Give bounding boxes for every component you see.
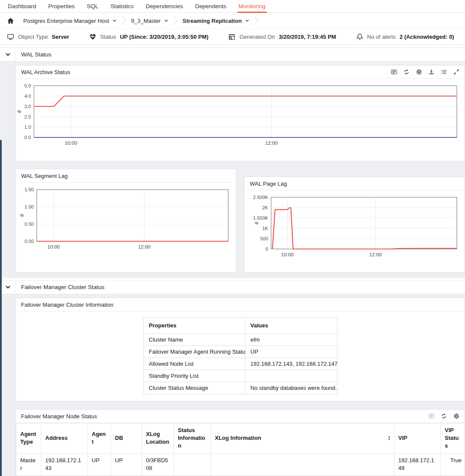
node-status-cell: True — [441, 453, 465, 475]
cluster-info-cell: Failover Manager Agent Running Status — [143, 346, 245, 358]
node-status-header-agent: Agent — [88, 423, 111, 454]
cluster-info-cell: Cluster Name — [143, 334, 245, 346]
breadcrumb-item-9-3-master[interactable]: 9_3_Master — [127, 18, 172, 24]
heart-pulse-icon — [89, 33, 96, 40]
svg-text:0.00: 0.00 — [25, 239, 34, 244]
wal-segment-panel-header: WAL Segment Lag — [16, 169, 236, 183]
svg-text:1K: 1K — [262, 226, 268, 231]
tab-dashboard[interactable]: Dashboard — [2, 0, 42, 12]
section-wal-status: WAL Status WAL Archive Status 0.01.02.03… — [0, 47, 465, 278]
node-status-cell: 192.168.172.143 — [41, 453, 88, 475]
cluster-info-panel-header: Failover Manager Cluster Information — [16, 298, 465, 311]
cluster-info-cell: Cluster Status Message — [143, 382, 245, 394]
panel-title: Failover Manager Node Status — [21, 413, 97, 420]
chevron-down-icon[interactable] — [245, 19, 249, 23]
node-status-panel-header: Failover Manager Node Status — [16, 410, 465, 423]
wal-archive-status-chart: 0.01.02.03.04.05.010:0012:00# — [16, 82, 461, 149]
table-row: Cluster Nameefm — [143, 334, 337, 346]
alerts-value: 2 (Acknowledged: 0) — [400, 34, 454, 40]
tab-bar: DashboardPropertiesSQLStatisticsDependen… — [0, 0, 465, 13]
refresh-icon[interactable] — [441, 413, 447, 419]
alerts-info: No of alerts 2 (Acknowledged: 0) — [356, 33, 454, 40]
expand-icon[interactable] — [453, 69, 459, 75]
node-status-header-address: Address — [41, 423, 88, 454]
tab-sql[interactable]: SQL — [81, 0, 105, 12]
legend-icon[interactable] — [428, 413, 434, 419]
svg-text:5.0: 5.0 — [25, 83, 31, 88]
tab-dependencies[interactable]: Dependencies — [140, 0, 189, 12]
breadcrumb-item-postgres-enterprise-manager-host[interactable]: Postgres Enterprise Manager Host — [20, 18, 120, 24]
refresh-icon[interactable] — [403, 69, 409, 75]
svg-text:0: 0 — [265, 246, 268, 252]
wal-archive-panel-header: WAL Archive Status — [16, 65, 465, 79]
download-icon[interactable] — [428, 69, 434, 75]
node-status-header-agent-type: Agent Type — [16, 423, 41, 454]
breadcrumb-separator-icon — [121, 15, 127, 26]
breadcrumb-item-streaming-replication[interactable]: Streaming Replication — [179, 18, 253, 24]
svg-text:10:00: 10:00 — [47, 244, 60, 249]
node-status-header-xlog-location: XLog Location — [142, 423, 174, 454]
status-label: Status — [100, 34, 116, 40]
svg-text:12:00: 12:00 — [138, 244, 151, 249]
node-status-header-xlog-information[interactable]: XLog Information — [211, 423, 394, 454]
breadcrumb-item-label: 9_3_Master — [131, 18, 161, 24]
cluster-info-cell: Standby Priority List — [143, 370, 245, 382]
collapsed-sidebar-edge[interactable] — [0, 140, 2, 476]
cluster-info-cell: Allowed Node List — [143, 358, 245, 370]
status-value: UP (Since: 3/20/2019, 3:05:50 PM) — [120, 34, 208, 40]
object-type-value: Server — [52, 34, 69, 40]
cluster-info-header-values: Values — [245, 317, 337, 334]
tab-dependents[interactable]: Dependents — [189, 0, 232, 12]
node-status-header-db: DB — [111, 423, 142, 454]
monitor-icon — [7, 33, 14, 40]
table-header-row: Agent TypeAddressAgentDBXLog LocationSta… — [16, 423, 465, 454]
tab-monitoring[interactable]: Monitoring — [232, 0, 272, 12]
tab-properties[interactable]: Properties — [42, 0, 81, 12]
cluster-info-header-properties: Properties — [143, 317, 245, 334]
svg-text:0.50: 0.50 — [25, 221, 34, 227]
cluster-information-table: PropertiesValuesCluster NameefmFailover … — [143, 317, 338, 394]
table-row: Failover Manager Agent Running StatusUP — [143, 346, 337, 358]
wal-status-header: WAL Status — [0, 48, 465, 62]
node-status-cell: 192.168.172.149 — [394, 453, 441, 475]
wal-page-lag-chart: 05001K1.500K2K2.500K10:0012:00# — [245, 194, 461, 260]
cluster-info-cell: No standby databases were found. — [245, 382, 337, 394]
svg-text:1.50: 1.50 — [25, 187, 34, 192]
gear-icon[interactable] — [416, 69, 422, 75]
svg-text:10:00: 10:00 — [281, 252, 294, 257]
wal-segment-lag-chart: 0.000.501.001.5010:0012:00# — [16, 186, 232, 252]
svg-text:#: # — [19, 214, 25, 217]
svg-text:3.0: 3.0 — [25, 104, 31, 109]
svg-text:4.0: 4.0 — [25, 93, 31, 99]
chevron-down-icon[interactable] — [0, 48, 16, 61]
svg-text:#: # — [16, 110, 22, 113]
cluster-info-cell: UP — [245, 346, 337, 358]
svg-text:12:00: 12:00 — [265, 140, 278, 146]
node-status-header-status-information: Status Information — [174, 423, 211, 454]
node-status-header-vip-status: VIP Status — [441, 423, 465, 454]
chevron-down-icon[interactable] — [164, 19, 168, 23]
chevron-down-icon[interactable] — [0, 280, 16, 294]
sort-icon[interactable] — [388, 436, 391, 441]
gear-icon[interactable] — [453, 413, 459, 419]
table-row: Allowed Node List192.168.172.143, 192.16… — [143, 358, 337, 370]
svg-text:#: # — [254, 221, 260, 224]
panel-title: WAL Page Lag — [250, 180, 287, 187]
svg-text:12:00: 12:00 — [369, 252, 382, 257]
table-row: Standby Priority List — [143, 370, 337, 382]
legend-icon[interactable] — [391, 69, 397, 75]
table-row: Master192.168.172.143UPUP0/3FBD508192.16… — [16, 453, 465, 475]
section-title-wal-status: WAL Status — [16, 48, 465, 61]
node-status-cell: 0/3FBD508 — [142, 453, 174, 475]
section-failover-manager: Failover Manager Cluster Status Failover… — [0, 280, 465, 476]
panel-wal-archive-status: WAL Archive Status 0.01.02.03.04.05.010:… — [16, 65, 465, 161]
svg-text:1.00: 1.00 — [25, 204, 34, 209]
tab-statistics[interactable]: Statistics — [105, 0, 140, 12]
calendar-clock-icon — [228, 33, 236, 40]
info-bar: Object Type Server Status UP (Since: 3/2… — [0, 29, 465, 45]
chevron-down-icon[interactable] — [112, 19, 117, 23]
node-status-cell: UP — [88, 453, 111, 475]
list-icon[interactable] — [441, 69, 447, 75]
home-icon[interactable] — [4, 16, 16, 26]
panel-title: Failover Manager Cluster Information — [21, 302, 114, 308]
